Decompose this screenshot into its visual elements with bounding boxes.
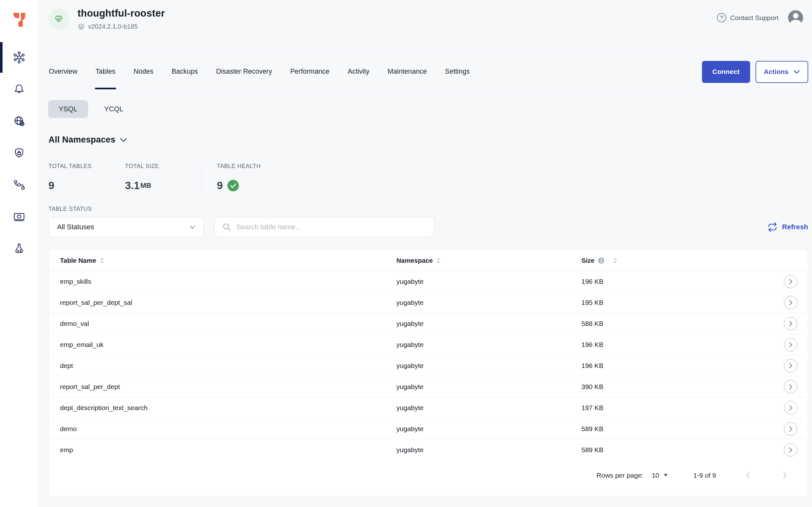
tab-settings[interactable]: Settings [444, 54, 471, 89]
table-row[interactable]: emp yugabyte 589 KB [49, 439, 808, 460]
tab-disaster-recovery[interactable]: Disaster Recovery [215, 54, 273, 89]
table-row[interactable]: emp_email_uk yugabyte 196 KB [49, 334, 808, 355]
chevron-right-icon [788, 447, 793, 453]
main-content: thoughtful-rooster v2024.2.1.0-b185 ? Co… [39, 0, 812, 507]
row-expand-button[interactable] [784, 422, 797, 436]
table-row[interactable]: demo yugabyte 589 KB [49, 418, 808, 439]
cell-size: 589 KB [581, 439, 760, 460]
tab-nodes[interactable]: Nodes [133, 54, 154, 89]
table-row[interactable]: dept yugabyte 196 KB [49, 355, 808, 376]
stat-size-number: 3.1 [125, 179, 140, 192]
column-header-table-name: Table Name [60, 257, 96, 264]
cell-size: 196 KB [581, 271, 760, 292]
chevron-right-icon [788, 299, 793, 306]
stat-total-tables: TOTAL TABLES 9 [49, 163, 125, 192]
cell-size: 197 KB [581, 397, 760, 418]
sidebar-item-network-settings[interactable] [0, 105, 38, 137]
tab-tables[interactable]: Tables [95, 54, 116, 89]
rows-per-page-value: 10 [652, 471, 659, 479]
api-toggle-ycql[interactable]: YCQL [94, 100, 134, 118]
security-icon [12, 146, 26, 160]
row-expand-button[interactable] [784, 296, 797, 309]
chevron-down-icon [190, 225, 195, 229]
sort-namespace[interactable]: Namespace [396, 257, 441, 264]
row-expand-button[interactable] [784, 338, 797, 351]
pagination: Rows per page: 10 1-9 of 9 [49, 460, 808, 496]
cell-namespace: yugabyte [396, 313, 581, 334]
rows-per-page-select[interactable]: 10 [652, 471, 667, 479]
sidebar-nav [0, 42, 38, 265]
table-row[interactable]: demo_val yugabyte 588 KB [49, 313, 808, 334]
cell-table-name: report_sal_per_dept [49, 376, 396, 397]
actions-button[interactable]: Actions [756, 61, 808, 83]
avatar-head [793, 13, 798, 18]
row-expand-button[interactable] [784, 401, 797, 414]
stats-divider [202, 163, 202, 192]
sidebar-item-integrations[interactable] [0, 169, 38, 201]
avatar-body [790, 20, 801, 25]
table-row[interactable]: dept_description_text_search yugabyte 19… [49, 397, 808, 418]
search-input[interactable] [236, 223, 426, 231]
sidebar-item-alerts[interactable] [0, 73, 38, 105]
tab-list: OverviewTablesNodesBackupsDisaster Recov… [48, 54, 471, 89]
row-expand-button[interactable] [784, 317, 797, 330]
table-row[interactable]: report_sal_per_dept_sal yugabyte 195 KB [49, 292, 808, 313]
page-title: thoughtful-rooster [77, 8, 165, 19]
tab-overview[interactable]: Overview [48, 54, 78, 89]
yugabyte-logo[interactable] [10, 10, 28, 30]
cell-size: 588 KB [581, 313, 760, 334]
row-expand-button[interactable] [784, 443, 797, 457]
row-expand-button[interactable] [784, 359, 797, 373]
sidebar-item-labs[interactable] [0, 233, 38, 265]
column-header-size: Size [581, 257, 594, 264]
user-avatar[interactable] [788, 10, 803, 25]
status-filter-select[interactable]: All Statuses [49, 217, 204, 237]
table-row[interactable]: report_sal_per_dept yugabyte 390 KB [49, 376, 808, 397]
cell-table-name: dept [49, 355, 396, 376]
sidebar-item-security[interactable] [0, 137, 38, 169]
network-settings-icon [12, 114, 26, 128]
chevron-right-icon [780, 471, 789, 480]
table-search [214, 217, 434, 237]
integrations-icon [12, 178, 26, 192]
previous-page-button[interactable] [744, 471, 752, 480]
sidebar [0, 0, 39, 507]
status-filter-value: All Statuses [57, 223, 94, 231]
cell-namespace: yugabyte [396, 292, 581, 313]
api-toggle-ysql[interactable]: YSQL [48, 100, 88, 118]
cluster-header: thoughtful-rooster v2024.2.1.0-b185 ? Co… [39, 0, 812, 54]
sidebar-item-billing[interactable] [0, 201, 38, 233]
tab-performance[interactable]: Performance [289, 54, 330, 89]
next-page-button[interactable] [780, 471, 789, 480]
stat-total-size: TOTAL SIZE 3.1MB [125, 163, 202, 192]
help-icon: ? [717, 13, 726, 22]
info-icon[interactable] [598, 257, 605, 264]
chevron-right-icon [788, 362, 793, 369]
dropdown-arrow-icon [664, 474, 668, 477]
tab-backups[interactable]: Backups [171, 54, 198, 89]
namespace-filter-dropdown[interactable]: All Namespaces [49, 135, 812, 145]
namespace-filter-label: All Namespaces [49, 135, 115, 145]
cell-table-name: dept_description_text_search [49, 397, 396, 418]
sidebar-item-clusters[interactable] [0, 42, 38, 73]
cell-size: 589 KB [581, 418, 760, 439]
chevron-down-icon [794, 70, 800, 74]
row-expand-button[interactable] [784, 380, 797, 393]
row-expand-button[interactable] [784, 275, 797, 288]
connect-button[interactable]: Connect [702, 61, 750, 83]
cell-table-name: demo_val [49, 313, 396, 334]
tab-activity[interactable]: Activity [347, 54, 370, 89]
table-stats: TOTAL TABLES 9 TOTAL SIZE 3.1MB TABLE HE… [49, 163, 812, 192]
contact-support-link[interactable]: ? Contact Support [717, 13, 778, 22]
stat-size-unit: MB [140, 181, 151, 190]
refresh-button[interactable]: Refresh [768, 222, 808, 232]
sort-icon[interactable] [613, 257, 618, 264]
refresh-label: Refresh [782, 223, 808, 231]
alerts-icon [12, 82, 26, 96]
tab-maintenance[interactable]: Maintenance [387, 54, 427, 89]
table-row[interactable]: emp_skills yugabyte 196 KB [49, 271, 808, 292]
cell-table-name: demo [49, 418, 396, 439]
stat-value: 9 [49, 179, 125, 192]
heart-check-icon [52, 12, 65, 25]
sort-table-name[interactable]: Table Name [60, 257, 104, 264]
